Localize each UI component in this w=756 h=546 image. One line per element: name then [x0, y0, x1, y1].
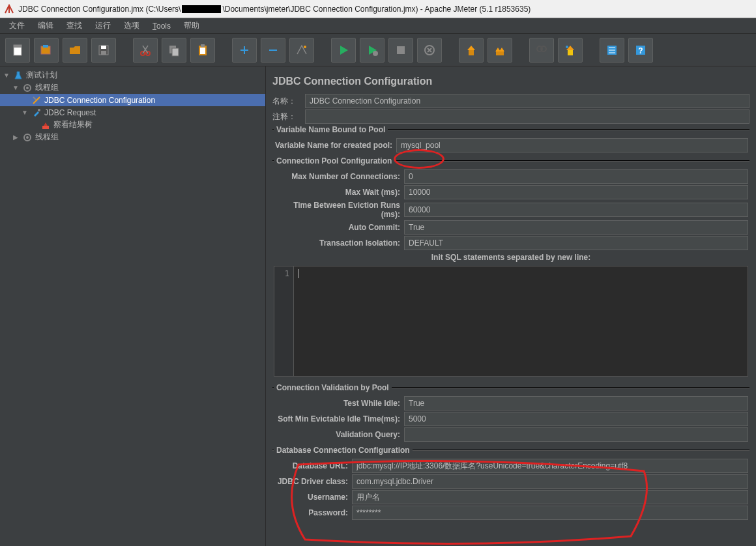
svg-rect-27 — [42, 126, 49, 129]
twisty-icon[interactable]: ▼ — [21, 109, 29, 116]
menu-file[interactable]: 文件 — [4, 19, 30, 33]
username-input[interactable] — [352, 490, 748, 504]
tree-jdbc-connection[interactable]: JDBC Connection Configuration — [0, 94, 265, 106]
initsql-label: Init SQL statements separated by new lin… — [274, 253, 748, 262]
toolbar: ? — [0, 34, 756, 66]
twisty-icon[interactable]: ▶ — [12, 134, 20, 141]
menubar: 文件 编辑 查找 运行 选项 Tools 帮助 — [0, 18, 756, 34]
maxwait-input[interactable] — [404, 185, 748, 199]
tree-results-tree[interactable]: 察看结果树 — [0, 119, 265, 131]
app-icon — [4, 4, 14, 14]
clear-button[interactable] — [459, 38, 484, 63]
title-suffix: \Documents\jmeter\JDBC Connection Config… — [222, 5, 531, 14]
validation-input[interactable] — [404, 427, 748, 442]
password-label: Password: — [274, 508, 352, 517]
txiso-label: Transaction Isolation: — [274, 238, 404, 248]
save-button[interactable] — [91, 38, 116, 63]
twisty-icon[interactable]: ▼ — [3, 72, 10, 79]
password-input[interactable] — [352, 506, 748, 520]
svg-rect-1 — [14, 45, 22, 48]
varname-input[interactable] — [396, 138, 748, 152]
flask-icon — [13, 70, 23, 81]
toggle-button[interactable] — [289, 38, 314, 63]
svg-rect-13 — [200, 48, 205, 54]
menu-edit[interactable]: 编辑 — [33, 19, 59, 33]
gear-icon — [22, 83, 33, 93]
validation-label: Validation Query: — [274, 430, 404, 439]
initsql-textarea[interactable]: 1 — [274, 266, 748, 377]
clear-all-button[interactable] — [487, 38, 512, 63]
tree-threadgroup-1[interactable]: ▼ 线程组 — [0, 81, 265, 94]
new-file-button[interactable] — [5, 38, 30, 63]
softmin-input[interactable] — [404, 412, 748, 426]
titlebar: JDBC Connection Configuration.jmx (C:\Us… — [0, 0, 756, 18]
driver-input[interactable] — [352, 474, 748, 489]
collapse-button[interactable] — [261, 38, 285, 63]
tree-threadgroup-2[interactable]: ▶ 线程组 — [0, 131, 265, 143]
open-button[interactable] — [63, 38, 87, 63]
menu-help[interactable]: 帮助 — [179, 19, 205, 33]
results-icon — [40, 120, 51, 130]
stop-button[interactable] — [388, 38, 413, 63]
svg-point-26 — [38, 109, 40, 111]
initsql-gutter: 1 — [274, 266, 294, 376]
autocommit-input[interactable] — [404, 220, 748, 235]
svg-rect-16 — [397, 46, 405, 54]
copy-button[interactable] — [162, 38, 186, 63]
menu-tools[interactable]: Tools — [147, 20, 176, 32]
name-input[interactable] — [305, 94, 749, 108]
menu-search[interactable]: 查找 — [61, 19, 87, 33]
svg-point-15 — [373, 51, 378, 56]
twisty-icon[interactable]: ▼ — [12, 84, 20, 91]
tree-jdbc-req-label: JDBC Request — [44, 108, 96, 117]
testidle-label: Test While Idle: — [274, 399, 404, 408]
tools-icon — [31, 95, 42, 106]
expand-button[interactable] — [232, 38, 257, 63]
help-button[interactable]: ? — [628, 38, 653, 63]
svg-point-14 — [304, 46, 306, 48]
username-label: Username: — [274, 493, 352, 502]
svg-text:?: ? — [638, 46, 643, 55]
paste-button[interactable] — [190, 38, 215, 63]
varname-label: Variable Name for created pool: — [274, 141, 396, 150]
svg-point-20 — [566, 46, 568, 48]
tree-results-label: 察看结果树 — [53, 119, 93, 130]
svg-rect-6 — [101, 51, 106, 55]
comment-label: 注释： — [272, 111, 305, 122]
maxwait-label: Max Wait (ms): — [274, 188, 404, 197]
title-prefix: JDBC Connection Configuration.jmx (C:\Us… — [18, 5, 181, 14]
timebetween-input[interactable] — [404, 203, 748, 217]
form-panel: JDBC Connection Configuration 名称： 注释： Va… — [266, 66, 756, 546]
shutdown-button[interactable] — [417, 38, 442, 63]
reset-search-button[interactable] — [558, 38, 583, 63]
title-redacted — [182, 5, 221, 13]
tree-jdbc-conn-label: JDBC Connection Configuration — [44, 96, 155, 105]
menu-options[interactable]: 选项 — [119, 19, 145, 33]
start-no-timers-button[interactable] — [360, 38, 385, 63]
gear-icon — [22, 132, 33, 143]
svg-point-25 — [26, 87, 29, 89]
tree-root-label: 测试计划 — [26, 70, 57, 81]
svg-rect-10 — [172, 48, 179, 56]
menu-run[interactable]: 运行 — [90, 19, 116, 33]
cut-button[interactable] — [133, 38, 158, 63]
function-helper-button[interactable] — [600, 38, 624, 63]
svg-rect-12 — [201, 44, 205, 47]
txiso-input[interactable] — [404, 236, 748, 250]
softmin-label: Soft Min Evictable Idle Time(ms): — [274, 414, 404, 424]
tree-root[interactable]: ▼ 测试计划 — [0, 69, 265, 81]
svg-rect-5 — [101, 46, 106, 49]
group2-legend: Connection Pool Configuration — [274, 156, 394, 165]
start-button[interactable] — [331, 38, 356, 63]
search-button[interactable] — [529, 38, 554, 63]
maxconn-label: Max Number of Connections: — [274, 172, 404, 181]
testidle-input[interactable] — [404, 396, 748, 410]
svg-rect-3 — [43, 45, 48, 48]
tree-jdbc-request[interactable]: ▼ JDBC Request — [0, 106, 265, 119]
dburl-input[interactable] — [352, 459, 748, 473]
driver-label: JDBC Driver class: — [274, 477, 352, 486]
maxconn-input[interactable] — [404, 169, 748, 184]
group4-legend: Database Connection Configuration — [274, 446, 413, 455]
templates-button[interactable] — [34, 38, 59, 63]
comment-input[interactable] — [305, 109, 749, 124]
